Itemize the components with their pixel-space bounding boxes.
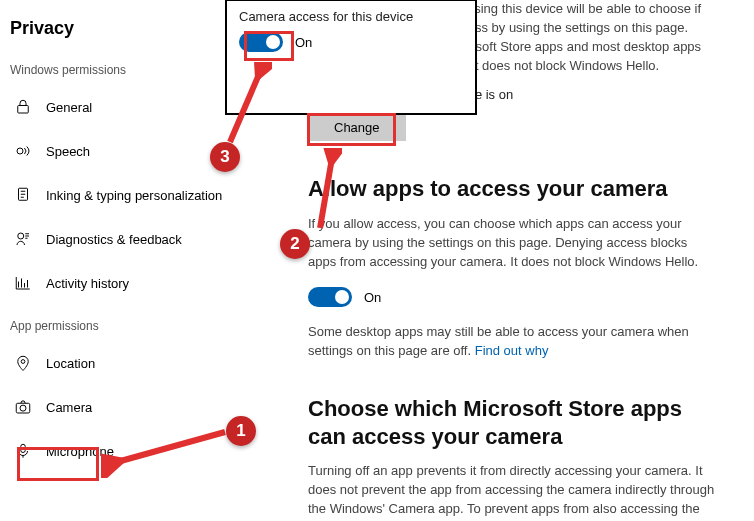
allow-apps-heading: Allow apps to access your camera (308, 175, 718, 203)
sidebar-item-diagnostics[interactable]: Diagnostics & feedback (10, 217, 278, 261)
app-permissions-header: App permissions (10, 305, 278, 341)
find-out-why-link[interactable]: Find out why (475, 343, 549, 358)
svg-line-9 (320, 158, 332, 228)
annotation-arrow-1 (101, 418, 229, 478)
popup-title: Camera access for this device (239, 9, 463, 24)
annotation-badge-2: 2 (280, 229, 310, 259)
svg-point-4 (21, 360, 25, 364)
sidebar-item-label: Activity history (46, 276, 129, 291)
desktop-apps-note: Some desktop apps may still be able to a… (308, 323, 718, 361)
sidebar-item-label: General (46, 100, 92, 115)
sidebar-item-label: Inking & typing personalization (46, 188, 222, 203)
sidebar-item-label: Diagnostics & feedback (46, 232, 182, 247)
svg-line-8 (117, 432, 225, 462)
change-button[interactable]: Change (308, 114, 406, 141)
feedback-icon (12, 228, 34, 250)
annotation-badge-3: 3 (210, 142, 240, 172)
toggle-label: On (364, 290, 381, 305)
sidebar-item-location[interactable]: Location (10, 341, 278, 385)
annotation-arrow-2 (314, 148, 342, 232)
activity-icon (12, 272, 34, 294)
camera-icon (12, 396, 34, 418)
inking-icon (12, 184, 34, 206)
allow-apps-toggle-row: On (308, 287, 718, 307)
lock-icon (12, 96, 34, 118)
annotation-badge-1: 1 (226, 416, 256, 446)
choose-apps-paragraph: Turning off an app prevents it from dire… (308, 462, 718, 519)
sidebar-item-label: Camera (46, 400, 92, 415)
svg-line-10 (230, 72, 260, 142)
choose-apps-heading: Choose which Microsoft Store apps can ac… (308, 395, 718, 450)
allow-apps-paragraph: If you allow access, you can choose whic… (308, 215, 718, 272)
svg-point-6 (20, 405, 26, 411)
popup-toggle-label: On (295, 35, 312, 50)
annotation-arrow-3 (224, 62, 272, 146)
svg-rect-7 (21, 444, 26, 452)
svg-point-1 (17, 148, 23, 154)
microphone-icon (12, 440, 34, 462)
allow-apps-toggle[interactable] (308, 287, 352, 307)
sidebar-item-activity[interactable]: Activity history (10, 261, 278, 305)
speech-icon (12, 140, 34, 162)
sidebar-item-label: Location (46, 356, 95, 371)
popup-toggle-row: On (239, 32, 463, 52)
sidebar-item-label: Speech (46, 144, 90, 159)
location-icon (12, 352, 34, 374)
device-access-toggle[interactable] (239, 32, 283, 52)
svg-point-3 (18, 233, 24, 239)
svg-rect-0 (18, 106, 29, 114)
sidebar-item-inking[interactable]: Inking & typing personalization (10, 173, 278, 217)
